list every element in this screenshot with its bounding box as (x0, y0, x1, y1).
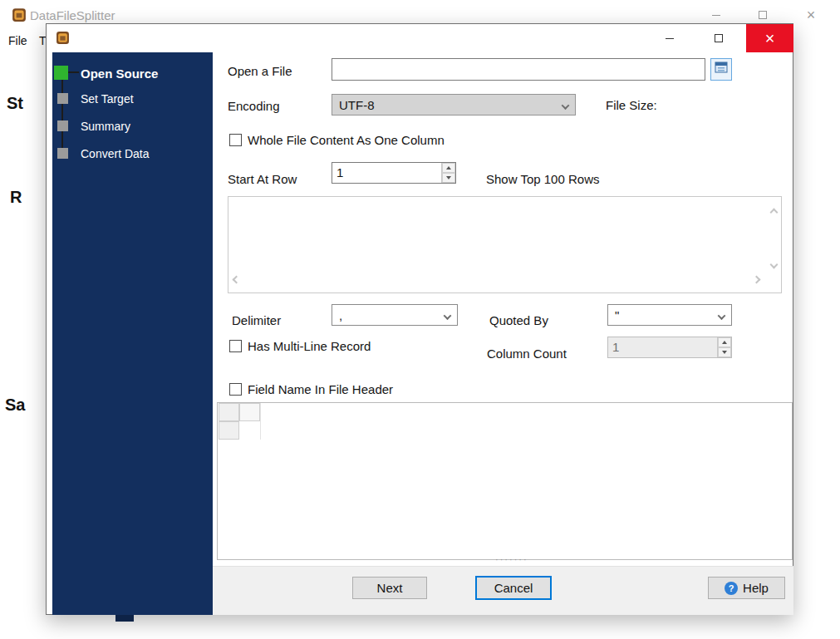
dialog-app-icon (56, 31, 70, 48)
open-file-label: Open a File (228, 64, 292, 78)
spinner-buttons (717, 337, 731, 357)
maximize-icon (715, 34, 723, 42)
scroll-right-icon[interactable] (754, 271, 759, 286)
main-close-button[interactable]: × (792, 0, 830, 30)
grid-column-header (239, 403, 260, 421)
sidebar-step-set-target[interactable]: Set Target (81, 92, 134, 106)
help-icon: ? (725, 582, 738, 595)
quoted-by-label: Quoted By (489, 313, 548, 327)
file-preview-box[interactable] (228, 196, 782, 293)
multiline-checkbox[interactable] (229, 340, 242, 352)
encoding-value: UTF-8 (339, 98, 375, 112)
chevron-down-icon (562, 98, 568, 112)
sidebar-step-summary[interactable]: Summary (81, 120, 130, 133)
arrow-up-icon (446, 166, 451, 170)
delimiter-select[interactable]: , (332, 304, 458, 326)
minimize-icon (666, 38, 674, 39)
grid-row-header (219, 421, 239, 440)
menu-file[interactable]: File (8, 34, 27, 47)
file-size-label: File Size: (606, 98, 657, 112)
sidebar-notch (115, 615, 134, 622)
spin-up-button[interactable] (442, 163, 455, 173)
minimize-icon (712, 15, 720, 16)
step-indicator-convert-data (57, 148, 68, 159)
step-indicator-set-target (57, 93, 68, 104)
spin-down-button[interactable] (442, 173, 455, 183)
whole-file-checkbox[interactable] (229, 134, 242, 146)
arrow-up-icon (722, 341, 727, 344)
encoding-select[interactable]: UTF-8 (332, 94, 576, 116)
spinner-buttons (441, 163, 455, 183)
multiline-checkbox-row: Has Multi-Line Record (229, 339, 371, 353)
data-grid[interactable] (217, 402, 793, 560)
dialog-minimize-button[interactable] (651, 24, 689, 52)
wizard-steps-sidebar: Open Source Set Target Summary Convert D… (52, 52, 213, 615)
main-window-title: DataFileSplitter (30, 8, 115, 22)
dialog-close-button[interactable]: × (746, 24, 793, 52)
delimiter-value: , (339, 308, 342, 322)
background-label-fragment-1: St (7, 94, 23, 113)
whole-file-label: Whole File Content As One Column (248, 133, 445, 147)
browse-button[interactable] (710, 58, 732, 81)
chevron-down-icon (719, 308, 725, 322)
app-logo-icon (12, 7, 27, 26)
grid-corner-header (219, 403, 239, 421)
open-file-icon (715, 61, 728, 77)
maximize-icon (759, 11, 767, 19)
close-icon: × (765, 30, 775, 47)
help-button[interactable]: ? Help (708, 577, 785, 599)
sidebar-step-open-source[interactable]: Open Source (81, 66, 158, 81)
delimiter-label: Delimiter (232, 313, 281, 327)
help-button-label: Help (743, 581, 769, 595)
start-at-row-spinner[interactable]: 1 (332, 162, 456, 184)
sidebar-step-convert-data[interactable]: Convert Data (81, 147, 149, 160)
field-name-checkbox-row: Field Name In File Header (229, 382, 393, 396)
multiline-label: Has Multi-Line Record (248, 339, 371, 353)
background-label-fragment-2: R (10, 188, 22, 207)
field-name-label: Field Name In File Header (248, 382, 393, 396)
column-count-spinner: 1 (607, 337, 732, 358)
grid-line (260, 403, 261, 440)
show-top-rows-label: Show Top 100 Rows (486, 172, 599, 186)
spin-down-button[interactable] (718, 347, 731, 357)
background-label-fragment-3: Sa (5, 396, 25, 415)
next-button-label: Next (377, 581, 403, 595)
step-indicator-summary (57, 120, 68, 131)
arrow-down-icon (446, 176, 451, 179)
arrow-down-icon (722, 351, 727, 354)
column-count-value: 1 (608, 337, 717, 357)
step-connector-dash (68, 71, 79, 73)
start-at-row-label: Start At Row (228, 172, 297, 186)
scroll-left-icon[interactable] (233, 271, 239, 286)
scroll-up-icon[interactable] (771, 204, 777, 219)
spin-up-button[interactable] (718, 337, 731, 347)
wizard-dialog: × Open Source Set Target Summary Convert… (46, 23, 793, 615)
next-button[interactable]: Next (352, 577, 427, 599)
dialog-titlebar: × (47, 24, 793, 52)
quoted-by-select[interactable]: " (607, 304, 732, 326)
close-icon: × (807, 7, 816, 22)
column-count-label: Column Count (487, 347, 567, 361)
grid-resize-dots: ······· (495, 554, 528, 564)
whole-file-checkbox-row: Whole File Content As One Column (229, 133, 445, 147)
cancel-button-label: Cancel (494, 581, 533, 595)
cancel-button[interactable]: Cancel (475, 576, 552, 600)
start-at-row-value: 1 (332, 163, 441, 183)
open-file-input[interactable] (332, 58, 705, 81)
quoted-by-value: " (615, 308, 619, 322)
chevron-down-icon (445, 308, 450, 322)
desktop: DataFileSplitter × File T St R Sa × Open… (0, 0, 840, 639)
field-name-checkbox[interactable] (229, 383, 242, 396)
encoding-label: Encoding (228, 99, 280, 113)
dialog-maximize-button[interactable] (700, 24, 738, 52)
step-connector-line (61, 72, 63, 155)
step-indicator-open-source (54, 66, 68, 80)
scroll-down-icon[interactable] (771, 256, 777, 271)
